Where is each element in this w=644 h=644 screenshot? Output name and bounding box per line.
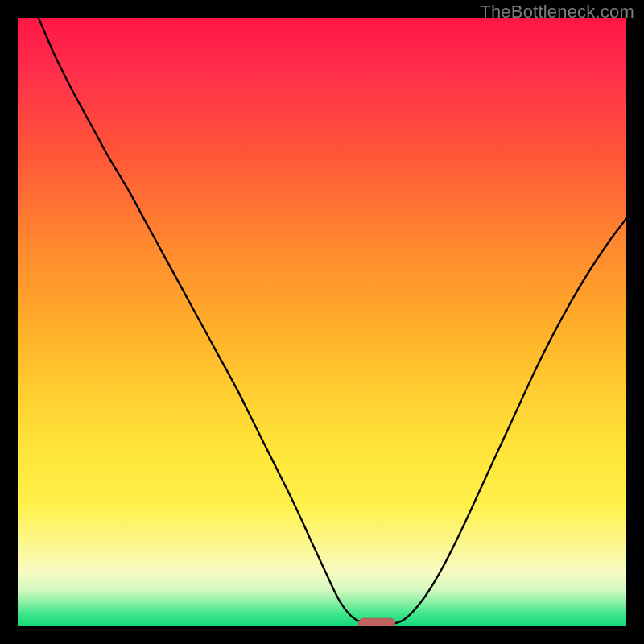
plot-area — [18, 18, 626, 626]
chart-frame: TheBottleneck.com — [0, 0, 644, 644]
watermark-text: TheBottleneck.com — [480, 2, 634, 23]
optimal-range-marker — [18, 18, 626, 626]
svg-rect-0 — [358, 618, 394, 626]
